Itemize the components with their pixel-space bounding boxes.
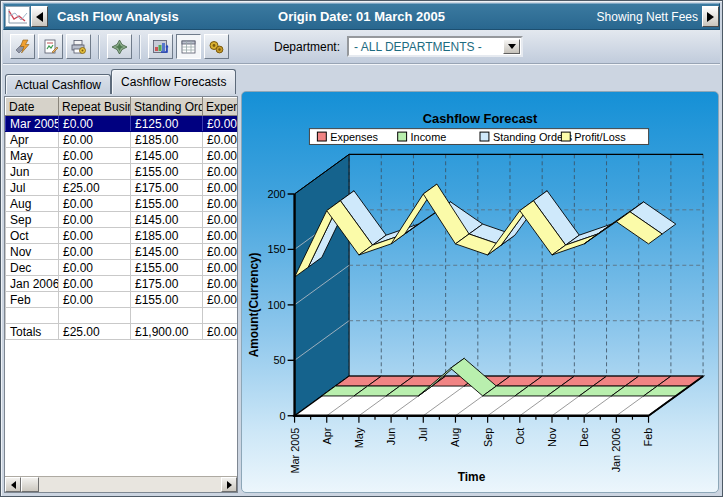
table-row[interactable]: Jan 2006£0.00£175.00£0.00 xyxy=(6,276,239,292)
report-edit-button[interactable] xyxy=(38,34,63,59)
svg-text:Expenses: Expenses xyxy=(330,131,378,143)
column-header[interactable]: Expens xyxy=(203,98,239,116)
table-cell xyxy=(6,308,59,324)
svg-text:Aug: Aug xyxy=(449,428,461,447)
svg-text:150: 150 xyxy=(267,243,285,255)
mode-label: Showing Nett Fees xyxy=(597,10,698,24)
close-view-button[interactable] xyxy=(107,34,132,59)
table-row[interactable]: Feb£0.00£155.00£0.00 xyxy=(6,292,239,308)
column-header[interactable]: Date xyxy=(6,98,59,116)
svg-text:Standing Orders: Standing Orders xyxy=(493,131,573,143)
report-pencil-icon xyxy=(42,39,59,55)
table-cell: £185.00 xyxy=(131,132,203,148)
table-cell: £175.00 xyxy=(131,180,203,196)
table-cell: £0.00 xyxy=(203,324,239,340)
table-cell: £0.00 xyxy=(203,148,239,164)
forecast-table-panel: DateRepeat BusineStanding OrdeExpens Mar… xyxy=(4,96,238,493)
svg-text:Amount(Currency): Amount(Currency) xyxy=(247,252,261,357)
svg-text:Feb: Feb xyxy=(642,428,654,447)
svg-text:Time: Time xyxy=(458,470,486,484)
table-row[interactable]: Dec£0.00£155.00£0.00 xyxy=(6,260,239,276)
grid-view-button[interactable] xyxy=(176,34,201,59)
svg-text:200: 200 xyxy=(267,188,285,200)
table-row[interactable]: Sep£0.00£145.00£0.00 xyxy=(6,212,239,228)
chevron-down-icon xyxy=(508,44,516,49)
table-row[interactable]: Nov£0.00£145.00£0.00 xyxy=(6,244,239,260)
table-cell: £0.00 xyxy=(59,116,131,132)
process-button[interactable] xyxy=(10,34,35,59)
scroll-right-button[interactable] xyxy=(221,477,237,492)
svg-text:Jul: Jul xyxy=(417,428,429,442)
table-cell: £145.00 xyxy=(131,244,203,260)
scroll-track[interactable] xyxy=(39,477,221,492)
department-label: Department: xyxy=(274,40,340,54)
table-row[interactable]: May£0.00£145.00£0.00 xyxy=(6,148,239,164)
column-header[interactable]: Standing Orde xyxy=(131,98,203,116)
table-row[interactable] xyxy=(6,308,239,324)
scroll-thumb[interactable] xyxy=(21,477,39,492)
toolbar-separator xyxy=(139,35,141,59)
column-header[interactable]: Repeat Busine xyxy=(59,98,131,116)
table-cell: Jan 2006 xyxy=(6,276,59,292)
table-cell: £25.00 xyxy=(59,324,131,340)
table-row[interactable]: Aug£0.00£155.00£0.00 xyxy=(6,196,239,212)
table-cell: Jul xyxy=(6,180,59,196)
tab-label: Cashflow Forecasts xyxy=(121,75,226,89)
table-cell: Mar 2005 xyxy=(6,116,59,132)
combo-dropdown-button[interactable] xyxy=(503,39,520,54)
table-cell xyxy=(131,308,203,324)
svg-text:Income: Income xyxy=(411,131,447,143)
table-row[interactable]: Mar 2005£0.00£125.00£0.00 xyxy=(6,116,239,132)
chart-icon xyxy=(152,39,169,55)
tab-actual-cashflow[interactable]: Actual Cashflow xyxy=(5,74,111,94)
table-row[interactable]: Totals£25.00£1,900.00£0.00 xyxy=(6,324,239,340)
table-cell: Apr xyxy=(6,132,59,148)
table-cell: £185.00 xyxy=(131,228,203,244)
department-value: - ALL DEPARTMENTS - xyxy=(349,40,503,54)
table-cell: May xyxy=(6,148,59,164)
gears-icon xyxy=(208,39,225,55)
svg-text:100: 100 xyxy=(267,299,285,311)
right-triangle-glyph xyxy=(707,12,714,22)
svg-text:Cashflow Forecast: Cashflow Forecast xyxy=(423,111,538,126)
forecast-table: DateRepeat BusineStanding OrdeExpens Mar… xyxy=(5,97,238,340)
table-cell: £0.00 xyxy=(203,212,239,228)
table-cell: £0.00 xyxy=(203,260,239,276)
app-window: Cash Flow Analysis Origin Date: 01 March… xyxy=(0,0,723,497)
svg-text:50: 50 xyxy=(274,354,286,366)
table-cell: £0.00 xyxy=(59,196,131,212)
table-cell: £175.00 xyxy=(131,276,203,292)
svg-text:Profit/Loss: Profit/Loss xyxy=(574,131,626,143)
table-cell: Sep xyxy=(6,212,59,228)
table-cell: £0.00 xyxy=(203,276,239,292)
chart-view-button[interactable] xyxy=(148,34,173,59)
table-cell: £0.00 xyxy=(203,196,239,212)
previous-arrow-icon[interactable] xyxy=(31,6,48,27)
table-cell: £145.00 xyxy=(131,148,203,164)
tab-label: Actual Cashflow xyxy=(15,78,101,92)
next-arrow-icon[interactable] xyxy=(702,6,719,27)
table-cell: Feb xyxy=(6,292,59,308)
finance-button[interactable] xyxy=(204,34,229,59)
table-row[interactable]: Apr£0.00£185.00£0.00 xyxy=(6,132,239,148)
table-row[interactable]: Jul£25.00£175.00£0.00 xyxy=(6,180,239,196)
svg-text:Nov: Nov xyxy=(546,427,558,447)
department-select[interactable]: - ALL DEPARTMENTS - xyxy=(347,36,523,57)
table-cell: £0.00 xyxy=(59,228,131,244)
svg-text:Apr: Apr xyxy=(321,427,333,444)
table-cell: £0.00 xyxy=(203,132,239,148)
horizontal-scrollbar[interactable] xyxy=(5,476,237,492)
print-button[interactable] xyxy=(66,34,91,59)
table-cell: £0.00 xyxy=(203,244,239,260)
table-row[interactable]: Jun£0.00£155.00£0.00 xyxy=(6,164,239,180)
table-cell: £0.00 xyxy=(203,164,239,180)
table-header-row: DateRepeat BusineStanding OrdeExpens xyxy=(6,98,239,116)
scroll-left-button[interactable] xyxy=(5,477,21,492)
table-cell: £155.00 xyxy=(131,292,203,308)
table-cell: £0.00 xyxy=(59,244,131,260)
table-row[interactable]: Oct£0.00£185.00£0.00 xyxy=(6,228,239,244)
forecast-chart: 050100150200Mar 2005AprMayJunJulAugSepOc… xyxy=(242,92,718,492)
table-cell: Nov xyxy=(6,244,59,260)
svg-text:Dec: Dec xyxy=(578,427,590,447)
tab-cashflow-forecasts[interactable]: Cashflow Forecasts xyxy=(111,69,236,94)
